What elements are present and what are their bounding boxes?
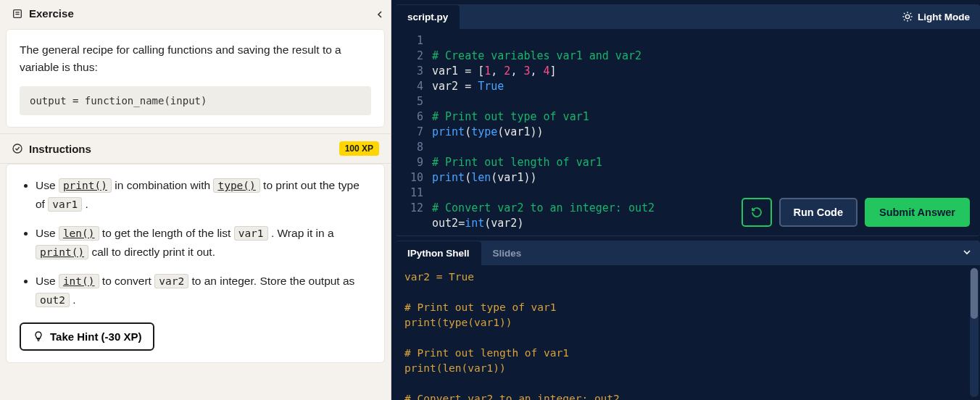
code-chip[interactable]: print() bbox=[59, 178, 112, 193]
instructions-header: Instructions 100 XP bbox=[0, 133, 391, 164]
shell-scrollbar[interactable] bbox=[970, 268, 979, 397]
line-gutter: 123456789101112 bbox=[396, 33, 432, 246]
tab-slides[interactable]: Slides bbox=[481, 241, 533, 265]
exercise-card: The general recipe for calling functions… bbox=[6, 29, 385, 128]
editor-actions: Run Code Submit Answer bbox=[742, 198, 970, 227]
list-item: Use len() to get the length of the list … bbox=[36, 224, 371, 262]
right-panel: script.py Light Mode 123456789101112 # C… bbox=[391, 0, 980, 400]
exercise-intro: The general recipe for calling functions… bbox=[20, 41, 371, 76]
take-hint-button[interactable]: Take Hint (-30 XP) bbox=[20, 322, 154, 351]
svg-line-10 bbox=[910, 20, 911, 20]
reset-button[interactable] bbox=[742, 198, 772, 227]
run-code-button[interactable]: Run Code bbox=[779, 198, 858, 227]
code-example: output = function_name(input) bbox=[20, 86, 371, 115]
list-item: Use int() to convert var2 to an integer.… bbox=[36, 272, 371, 309]
shell-tabbar: IPython Shell Slides bbox=[396, 241, 980, 265]
code-chip: var1 bbox=[48, 197, 82, 212]
code-chip: var2 bbox=[154, 274, 188, 288]
submit-answer-button[interactable]: Submit Answer bbox=[865, 198, 970, 227]
left-scroll: The general recipe for calling functions… bbox=[0, 29, 391, 400]
svg-point-3 bbox=[13, 144, 22, 153]
tab-ipython-shell[interactable]: IPython Shell bbox=[396, 241, 481, 265]
shell-output[interactable]: var2 = True # Print out type of var1 pri… bbox=[396, 265, 980, 400]
file-tab[interactable]: script.py bbox=[396, 5, 460, 29]
instructions-card: Use print() in combination with type() t… bbox=[6, 164, 385, 363]
exercise-icon bbox=[12, 8, 23, 20]
lightmode-toggle[interactable]: Light Mode bbox=[902, 11, 980, 22]
lightbulb-icon bbox=[33, 330, 44, 342]
shell-scroll-thumb[interactable] bbox=[971, 268, 978, 319]
reset-icon bbox=[751, 207, 763, 218]
svg-line-12 bbox=[910, 13, 911, 14]
editor-tabbar: script.py Light Mode bbox=[396, 4, 980, 29]
instructions-label: Instructions bbox=[29, 143, 91, 155]
chevron-down-icon[interactable] bbox=[961, 246, 973, 260]
list-item: Use print() in combination with type() t… bbox=[36, 176, 371, 214]
instructions-list: Use print() in combination with type() t… bbox=[20, 176, 371, 309]
code-lines[interactable]: # Create variables var1 and var2 var1 = … bbox=[432, 33, 655, 246]
svg-line-11 bbox=[904, 20, 905, 20]
svg-line-9 bbox=[904, 13, 905, 14]
code-chip[interactable]: type() bbox=[213, 178, 259, 193]
svg-point-4 bbox=[905, 14, 909, 18]
left-panel: Exercise The general recipe for calling … bbox=[0, 0, 391, 400]
code-chip[interactable]: int() bbox=[59, 274, 99, 288]
editor-pane: script.py Light Mode 123456789101112 # C… bbox=[396, 4, 980, 236]
collapse-left-icon[interactable] bbox=[369, 4, 391, 25]
code-chip[interactable]: len() bbox=[59, 226, 99, 241]
code-chip: out2 bbox=[36, 293, 70, 307]
xp-badge: 100 XP bbox=[339, 141, 379, 156]
sun-icon bbox=[902, 11, 913, 22]
code-chip: var1 bbox=[234, 226, 268, 241]
exercise-header: Exercise bbox=[0, 0, 391, 27]
code-chip[interactable]: print() bbox=[36, 245, 88, 259]
check-circle-icon bbox=[12, 143, 23, 154]
shell-pane: IPython Shell Slides var2 = True # Print… bbox=[396, 241, 980, 400]
exercise-label: Exercise bbox=[29, 7, 74, 20]
